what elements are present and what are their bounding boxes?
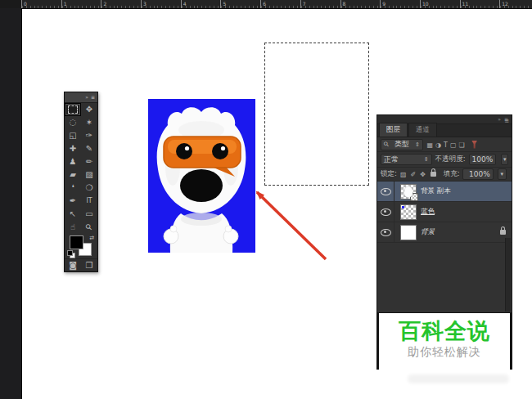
palette-header[interactable]: » ≡ [65,92,97,103]
tool-icon: ✑ [86,132,92,140]
opacity-dropdown-arrow[interactable]: ▾ [501,154,508,165]
blend-mode-value: 正常 [384,155,399,165]
layer-thumbnail[interactable] [400,184,417,200]
pixel-layers-filter-icon[interactable]: ▦ [427,141,434,149]
ruler-tick-label: 1 [61,0,101,8]
type-tool[interactable]: IT [81,195,97,208]
tool-icon: ✥ [86,105,92,114]
path-select-tool[interactable]: ↖ [65,208,81,221]
tool-icon: ◌ [70,119,77,127]
visibility-toggle[interactable] [377,222,394,242]
lasso-tool[interactable]: ◌ [65,116,81,129]
left-dock-strip [0,8,22,399]
tool-icon: ◱ [69,132,76,140]
swap-colors-icon[interactable]: ⇄ [89,235,94,241]
layer-row-background-copy[interactable]: 背景 副本 [377,182,512,202]
tool-icon: ↖ [70,210,76,218]
updown-icon: ⇕ [415,141,420,148]
opacity-label: 不透明度: [435,155,466,164]
gradient-tool[interactable]: ▨ [81,168,97,182]
collapse-panel-icon[interactable]: » [85,95,88,100]
layer-name: 背景 [421,227,435,237]
blur-tool[interactable]: ❛ [65,182,81,195]
tool-icon: ▭ [85,210,92,218]
lock-transparency-icon[interactable]: ▨ [400,171,407,178]
move-tool[interactable]: ✥ [81,103,97,116]
layer-filter-row: ⚲ 类型 ⇕ ▦◑T▢❏ [377,137,512,152]
eyedropper-tool[interactable]: ✑ [81,129,97,142]
lock-all-icon[interactable] [431,172,436,177]
tool-icon: ♟ [70,158,77,166]
layer-list: 背景 副本 蓝色 背景 [377,182,512,243]
marquee-tool[interactable] [65,103,81,116]
fill-label: 填充: [444,169,460,179]
foreground-color-swatch[interactable] [70,235,83,249]
adjustment-layers-filter-icon[interactable]: ◑ [435,141,441,149]
layer-row-background[interactable]: 背景 [377,222,512,243]
tool-icon: ✎ [86,145,92,153]
lock-position-icon[interactable]: ✥ [420,171,426,178]
filter-toggle-icon[interactable] [471,141,477,149]
panel-scrollbar[interactable] [505,238,511,312]
layer-name: 背景 副本 [421,186,451,196]
tool-icon: ⚲ [84,222,94,232]
ruler-origin-corner[interactable] [0,0,22,8]
pen-tool[interactable]: ✒ [65,195,81,208]
fill-value: 100% [469,170,490,178]
tool-icon: ❛ [71,184,74,192]
selection-marquee [264,43,369,186]
smart-object-filter-icon[interactable]: ❏ [459,141,465,149]
dodge-tool[interactable]: ❍ [81,182,97,195]
hand-tool[interactable]: ☝ [65,221,81,234]
palette-menu-icon[interactable]: ≡ [91,95,95,100]
tool-icon: ✒ [70,197,76,205]
filter-kind-select[interactable]: ⚲ 类型 ⇕ [381,139,423,150]
quick-mask-button[interactable]: ◙ [65,259,81,271]
eye-icon [381,188,391,195]
crop-tool[interactable]: ◱ [65,129,81,142]
tool-icon: ✶ [86,119,92,127]
watermark-card: 百科全说 助你轻松解决 [376,313,512,370]
blend-mode-select[interactable]: 正常 ⇕ [381,154,432,165]
lock-pixels-icon[interactable]: ✐ [410,171,416,178]
type-layers-filter-icon[interactable]: T [444,141,448,149]
history-brush-tool[interactable]: ✏ [81,155,97,168]
layer-thumbnail[interactable] [400,204,417,220]
tool-icon [68,105,78,114]
tool-icon: ▨ [85,171,92,179]
ruler-tick-label: 3 [141,0,181,8]
healing-brush-tool[interactable]: ✚ [65,142,81,155]
tool-grid: ✥ ◌ ✶ ◱ ✑ ✚ [65,103,97,234]
ruler-tick-label: 2 [101,0,141,8]
visibility-toggle[interactable] [377,182,394,201]
collapse-panel-icon[interactable]: » [498,117,501,122]
brush-tool[interactable]: ✎ [81,142,97,155]
tool-icon: ▰ [70,171,76,179]
screen-mode-button[interactable]: ❐ [81,259,97,271]
shape-layers-filter-icon[interactable]: ▢ [450,141,457,149]
panel-menu-icon[interactable]: ≡ [504,118,509,124]
shape-tool[interactable]: ▭ [81,208,97,221]
fill-dropdown-arrow[interactable]: ▾ [498,168,507,180]
layer-name: 蓝色 [421,207,435,217]
layers-panel: » ≡ 图层 通道 ≡ ⚲ 类型 ⇕ ▦◑T▢❏ 正常 ⇕ [376,114,512,313]
mascot-image[interactable] [148,99,255,253]
layer-thumbnail[interactable] [400,225,417,240]
layer-row-blue[interactable]: 蓝色 [377,202,512,222]
fill-input[interactable]: 100% [462,168,494,180]
default-colors-icon[interactable] [67,250,74,257]
clone-stamp-tool[interactable]: ♟ [65,155,81,168]
tab-layers[interactable]: 图层 [379,123,408,137]
zoom-tool[interactable]: ⚲ [81,221,97,234]
opacity-input[interactable]: 100% [469,154,497,165]
horizontal-ruler[interactable]: 0123456789101112 [0,0,532,9]
tool-icon: ❍ [86,184,93,192]
tab-channels[interactable]: 通道 [408,123,437,137]
eraser-tool[interactable]: ▰ [65,168,81,182]
eye-icon [381,208,391,216]
visibility-toggle[interactable] [377,202,394,222]
blend-mode-row: 正常 ⇕ 不透明度: 100% ▾ [377,152,512,168]
tool-icon: ☝ [70,223,75,231]
magic-wand-tool[interactable]: ✶ [81,116,97,129]
tool-icon: IT [86,197,92,205]
